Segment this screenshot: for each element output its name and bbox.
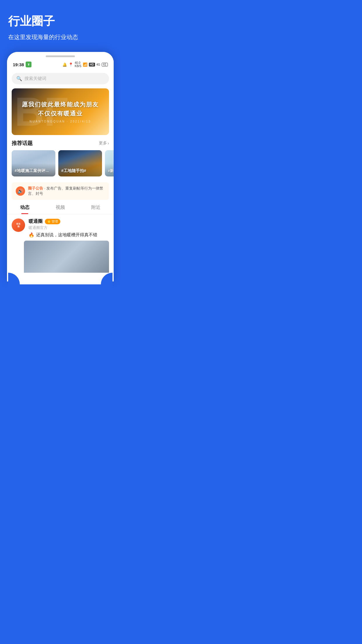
location-icon: 📍 [68, 62, 73, 67]
battery-icon: 61 [102, 63, 108, 66]
avatar-wrap: 暖通圈 [12, 218, 25, 238]
topic-card-1[interactable]: #地暖施工案例评... [12, 150, 55, 176]
status-right: 🔔 📍 40.0KB/S 📶 HD 4G 61 [62, 61, 108, 68]
post-username: 暖通圈 [29, 218, 43, 225]
post-subname: 暖通圈官方 [29, 225, 109, 230]
avatar: 暖通圈 [12, 218, 25, 232]
topics-scroll: #地暖施工案例评... #工地随手拍# #新... [7, 150, 114, 181]
search-bar[interactable]: 🔍 搜索关键词 [12, 73, 109, 84]
phone-top: 19:38 ¥ 🔔 📍 40.0KB/S 📶 HD 4G 61 [7, 52, 114, 70]
fire-icon: 🔥 [29, 232, 34, 238]
post-image [24, 241, 109, 276]
tab-dongtai[interactable]: 动态 [7, 204, 43, 214]
star-icon: ⭐ [47, 220, 51, 223]
post-badge: ⭐ 管理 [45, 219, 60, 224]
banner-sub: NUANTONGQUAN · 2021/4/13 [30, 120, 91, 123]
status-app-icon: ¥ [26, 62, 31, 67]
topic-card-label-2: #工地随手拍# [61, 168, 86, 174]
phone-pill [46, 55, 75, 57]
post-item: 暖通圈 暖通圈 ⭐ 管理 暖通圈官方 🔥 还真别说，这地暖槽开得真不错 [7, 214, 114, 238]
section-header-topics: 推荐话题 更多 › [7, 140, 114, 150]
post-header: 暖通圈 ⭐ 管理 [29, 218, 109, 225]
more-topics-button[interactable]: 更多 › [99, 141, 109, 146]
status-left: 19:38 ¥ [13, 62, 31, 67]
search-placeholder: 搜索关键词 [24, 76, 46, 81]
topic-card-3[interactable]: #新... [105, 150, 114, 176]
search-container: 🔍 搜索关键词 [7, 70, 114, 88]
bell-icon: 🔔 [62, 62, 67, 67]
signal-icon: 4G [96, 63, 100, 66]
chevron-right-icon: › [108, 141, 109, 146]
tab-video[interactable]: 视频 [43, 204, 78, 214]
banner-text1: 愿我们彼此最终能成为朋友 [22, 101, 99, 108]
announcement-icon: 🔊 [16, 186, 25, 196]
tab-nearby[interactable]: 附近 [78, 204, 114, 214]
topic-card-label-1: #地暖施工案例评... [15, 168, 49, 174]
topic-card-label-3: #新... [108, 168, 114, 174]
recommended-topics-title: 推荐话题 [12, 140, 33, 147]
status-time: 19:38 [13, 62, 24, 67]
post-text: 🔥 还真别说，这地暖槽开得真不错 [29, 232, 109, 238]
wifi-icon: 📶 [83, 62, 87, 67]
status-bar: 19:38 ¥ 🔔 📍 40.0KB/S 📶 HD 4G 61 [13, 61, 108, 68]
phone-mockup: 19:38 ¥ 🔔 📍 40.0KB/S 📶 HD 4G 61 [7, 52, 114, 281]
banner-overlay: 愿我们彼此最终能成为朋友 不仅仅有暖通业 NUANTONGQUAN · 2021… [12, 88, 109, 135]
announcement: 🔊 圈子公告 · 发布广告、重复刷帖等行为一律禁言、封号 [12, 182, 109, 200]
page-subtitle: 在这里发现海量的行业动态 [8, 33, 113, 41]
page-title: 行业圈子 [8, 14, 113, 28]
hd-badge: HD [89, 63, 95, 66]
topic-card-2[interactable]: #工地随手拍# [58, 150, 102, 176]
banner-text2: 不仅仅有暖通业 [38, 110, 83, 118]
announcement-text: 圈子公告 · 发布广告、重复刷帖等行为一律禁言、封号 [28, 186, 105, 196]
post-content: 暖通圈 ⭐ 管理 暖通圈官方 🔥 还真别说，这地暖槽开得真不错 [29, 218, 109, 238]
search-icon: 🔍 [16, 76, 22, 81]
tabs-row: 动态 视频 附近 [7, 200, 114, 214]
banner[interactable]: BF 愿我们彼此最终能成为朋友 不仅仅有暖通业 NUANTONGQUAN · 2… [12, 88, 109, 135]
speed-label: 40.0KB/S [75, 61, 81, 68]
